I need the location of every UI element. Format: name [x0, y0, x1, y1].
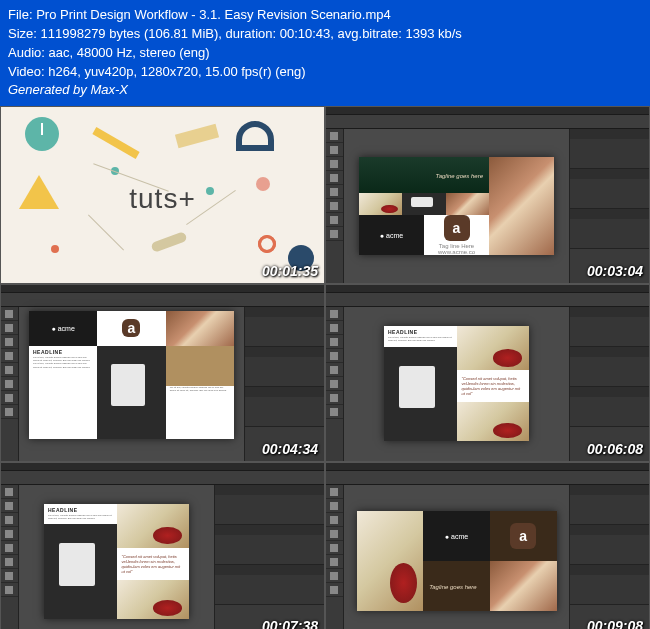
thumbnail-4[interactable]: HEADLINE Lor at am, volupta quiduci daec… — [325, 284, 650, 462]
headline-text: HEADLINE — [29, 346, 97, 356]
circle-icon — [256, 177, 270, 191]
scissors-icon — [258, 217, 276, 253]
brochure-document: HEADLINE Lor at am, volupta quiduci daec… — [44, 504, 189, 619]
timestamp: 00:03:04 — [587, 263, 643, 279]
thumbnail-1[interactable]: tuts+ 00:01:35 — [0, 106, 325, 284]
app-tools-panel — [1, 307, 19, 461]
tool-button — [326, 377, 343, 391]
tuts-illustration: tuts+ — [1, 107, 324, 283]
timestamp: 00:04:34 — [262, 441, 318, 457]
cocoa-image — [166, 311, 234, 346]
thumbnail-2[interactable]: Tagline goes here acme — [325, 106, 650, 284]
tool-button — [326, 307, 343, 321]
tool-button — [326, 541, 343, 555]
tool-button — [1, 527, 18, 541]
meta-file-value: Pro Print Design Workflow - 3.1. Easy Re… — [36, 7, 391, 22]
timestamp: 00:07:38 — [262, 618, 318, 629]
app-tools-panel — [326, 485, 344, 629]
tuts-logo: tuts+ — [129, 183, 195, 215]
tool-button — [326, 227, 343, 241]
tool-button — [1, 391, 18, 405]
tool-button — [1, 569, 18, 583]
meta-video-value: h264, yuv420p, 1280x720, 15.00 fps(r) (e… — [48, 64, 305, 79]
brochure-document: acme Tagline goes here — [357, 511, 557, 611]
timestamp: 00:01:35 — [262, 263, 318, 279]
tool-button — [326, 405, 343, 419]
app-tools-panel — [326, 129, 344, 283]
fruit-image — [359, 193, 402, 215]
app-properties-panel — [214, 485, 324, 629]
meta-audio-value: aac, 48000 Hz, stereo (eng) — [48, 45, 209, 60]
panel-section — [570, 307, 649, 347]
panel-section — [570, 565, 649, 605]
app-toolbar — [326, 115, 649, 129]
panel-section — [570, 387, 649, 427]
app-properties-panel — [569, 485, 649, 629]
design-app-ui: acme HEADLINE Lor at am, volupta quiduci… — [1, 285, 324, 461]
node-icon — [51, 245, 59, 253]
fruit-image — [117, 504, 190, 548]
brochure-document: acme HEADLINE Lor at am, volupta quiduci… — [29, 311, 234, 439]
tool-button — [326, 129, 343, 143]
tool-button — [1, 321, 18, 335]
thumbnail-3[interactable]: acme HEADLINE Lor at am, volupta quiduci… — [0, 284, 325, 462]
tool-button — [326, 555, 343, 569]
thumbnail-5[interactable]: HEADLINE Lor at am, volupta quiduci daec… — [0, 462, 325, 629]
panel-section — [570, 129, 649, 169]
app-toolbar — [326, 293, 649, 307]
tool-button — [326, 213, 343, 227]
tagline-text: Tagline goes here — [436, 173, 483, 179]
meta-file-label: File: — [8, 7, 36, 22]
panel-section — [570, 485, 649, 525]
app-menubar — [1, 285, 324, 293]
tool-button — [326, 499, 343, 513]
pomegranate-image — [457, 402, 530, 441]
node-icon — [206, 187, 214, 195]
design-app-ui: HEADLINE Lor at am, volupta quiduci daec… — [1, 463, 324, 629]
panel-section — [215, 485, 324, 525]
pencil-icon — [92, 127, 139, 159]
tool-button — [326, 335, 343, 349]
tool-button — [1, 335, 18, 349]
panel-section — [245, 387, 324, 427]
app-menubar — [326, 285, 649, 293]
body-text: Lor at am, volupta quiduci daecae mo lo … — [44, 514, 117, 521]
acme-logo-icon — [444, 215, 470, 241]
tool-button — [326, 583, 343, 597]
panel-section — [245, 347, 324, 387]
thumbnail-6[interactable]: acme Tagline goes here 00:09:08 — [325, 462, 650, 629]
meta-audio-label: Audio: — [8, 45, 48, 60]
meta-file-line: File: Pro Print Design Workflow - 3.1. E… — [8, 6, 642, 25]
meta-audio-line: Audio: aac, 48000 Hz, stereo (eng) — [8, 44, 642, 63]
tool-button — [1, 485, 18, 499]
tool-button — [1, 583, 18, 597]
phone-image — [384, 347, 457, 442]
meta-generated: Generated by Max-X — [8, 81, 642, 100]
app-menubar — [326, 463, 649, 471]
tool-button — [1, 555, 18, 569]
tool-button — [1, 513, 18, 527]
canvas-area: acme HEADLINE Lor at am, volupta quiduci… — [19, 307, 244, 461]
meta-video-label: Video: — [8, 64, 48, 79]
app-tools-panel — [1, 485, 19, 629]
clock-icon — [25, 117, 59, 151]
acme-brand: acme — [51, 325, 74, 332]
acme-brand: acme — [445, 533, 468, 540]
app-menubar — [326, 107, 649, 115]
quote-text: "Consed nit amet volupat, hetis vel-lend… — [117, 548, 190, 580]
tool-button — [326, 485, 343, 499]
video-metadata-header: File: Pro Print Design Workflow - 3.1. E… — [0, 0, 650, 106]
tool-button — [1, 405, 18, 419]
body-text: Lor at am, volupta quiduci daecae mo lo … — [166, 386, 234, 393]
timestamp: 00:09:08 — [587, 618, 643, 629]
phone-image — [402, 193, 445, 215]
acme-brand: acme — [380, 232, 403, 239]
app-toolbar — [326, 471, 649, 485]
tool-button — [326, 199, 343, 213]
thumbnail-grid: tuts+ 00:01:35 — [0, 106, 650, 629]
app-menubar — [1, 463, 324, 471]
headline-text: HEADLINE — [44, 504, 117, 514]
app-properties-panel — [244, 307, 324, 461]
tool-button — [1, 541, 18, 555]
design-app-ui: acme Tagline goes here — [326, 463, 649, 629]
